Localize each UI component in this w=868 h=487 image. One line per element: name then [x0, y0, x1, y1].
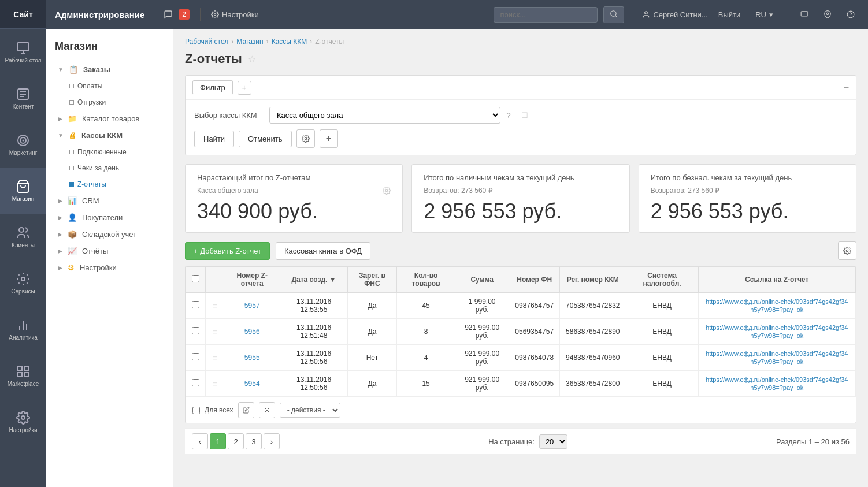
row-checkbox-3[interactable] [192, 379, 199, 386]
pagination-page-3[interactable]: 3 [246, 433, 262, 449]
pagination-page-1[interactable]: 1 [210, 433, 226, 449]
filter-settings-button[interactable] [296, 129, 315, 148]
svg-point-22 [611, 10, 616, 16]
filter-find-button[interactable]: Найти [194, 131, 234, 147]
sidebar-item-settings-nav[interactable]: Настройки [0, 399, 46, 445]
row-id-0[interactable]: 5957 [244, 302, 260, 310]
row-link-3[interactable]: https://www.офд.ru/online-chek/093sdf74g… [706, 376, 848, 391]
row-qty-0: 45 [397, 293, 455, 319]
nav-item-orders[interactable]: ▼ 📋 Заказы [46, 61, 173, 78]
filter-cancel-button[interactable]: Отменить [239, 131, 291, 147]
row-registered-2: Нет [347, 345, 397, 371]
search-button[interactable] [603, 6, 624, 23]
filter-add-button[interactable]: + [238, 81, 251, 95]
row-tax-0: ЕНВД [626, 293, 698, 319]
per-page-select[interactable]: 20 [539, 434, 567, 449]
pagination-prev[interactable]: ‹ [192, 433, 208, 449]
svg-point-20 [21, 416, 25, 419]
sidebar-item-marketplace[interactable]: Marketplace [0, 352, 46, 399]
row-id-3[interactable]: 5954 [244, 380, 260, 388]
nav-item-payments[interactable]: Оплаты [46, 78, 173, 94]
row-fn-3: 0987650095 [509, 371, 560, 397]
row-checkbox-0[interactable] [192, 301, 199, 308]
favorite-star-icon[interactable]: ☆ [248, 54, 256, 65]
breadcrumb-kkm[interactable]: Кассы ККМ [272, 38, 307, 46]
filter-close-button[interactable]: − [844, 83, 849, 93]
page-content: Рабочий стол › Магазин › Кассы ККМ › Z-о… [173, 29, 868, 487]
sidebar-item-desktop[interactable]: Рабочий стол [0, 29, 46, 75]
nav-item-buyers[interactable]: ▶ 👤 Покупатели [46, 209, 173, 226]
table-row: ≡ 5956 13.11.2016 12:51:48 Да 8 921 999.… [186, 319, 856, 345]
sidebar-item-marketing[interactable]: Маркетинг [0, 121, 46, 168]
filter-box: Фильтр + − Выбор кассы ККМ Касса общего … [185, 75, 856, 155]
row-link-0[interactable]: https://www.офд.ru/online-chek/093sdf74g… [706, 298, 848, 313]
per-page-control: На странице: 20 [488, 434, 567, 449]
row-date-2: 13.11.2016 12:50:56 [280, 345, 347, 371]
col-fn: Номер ФН [509, 267, 560, 293]
nav-item-checks[interactable]: Чеки за день [46, 160, 173, 176]
footer-edit-button[interactable] [238, 402, 254, 418]
sidebar-item-services[interactable]: Сервисы [0, 260, 46, 306]
row-checkbox-1[interactable] [192, 327, 199, 334]
breadcrumb-desktop[interactable]: Рабочий стол [185, 38, 228, 46]
filter-toggle-icon[interactable]: ☐ [521, 111, 528, 120]
sidebar-item-content[interactable]: Контент [0, 75, 46, 121]
lang-button[interactable]: RU ▾ [751, 8, 778, 22]
table-toolbar: + Добавить Z-отчет Кассовая книга в ОФД [185, 241, 856, 260]
sidebar-item-shop[interactable]: Магазин [0, 168, 46, 214]
filter-help-icon[interactable]: ? [506, 111, 511, 120]
nav-item-reports[interactable]: ▶ 📈 Отчёты [46, 243, 173, 259]
col-date[interactable]: Дата созд. ▼ [280, 267, 347, 293]
user-button[interactable]: Сергей Ситни... [642, 10, 707, 19]
notifications-button[interactable]: 2 [159, 6, 194, 23]
nav-item-crm[interactable]: ▶ 📊 CRM [46, 192, 173, 209]
logout-button[interactable]: Выйти [714, 8, 745, 22]
settings-header-button[interactable]: Настройки [206, 8, 264, 22]
svg-point-31 [846, 250, 848, 252]
footer-select-all-checkbox[interactable] [192, 407, 200, 414]
col-number: Номер Z-отчета [224, 267, 280, 293]
breadcrumb-shop[interactable]: Магазин [236, 38, 263, 46]
window-button[interactable] [796, 8, 813, 21]
row-fn-1: 0569354757 [509, 319, 560, 345]
table-row: ≡ 5957 13.11.2016 12:53:55 Да 45 1 999.0… [186, 293, 856, 319]
help-button[interactable] [842, 8, 859, 21]
table-settings-button[interactable] [838, 241, 856, 260]
search-input[interactable] [494, 7, 598, 23]
stat-card-noncash: Итого по безнал. чекам за текущий день В… [639, 164, 856, 233]
row-menu-icon-1[interactable]: ≡ [212, 327, 217, 336]
nav-item-kkm[interactable]: ▼ 🖨 Кассы ККМ [46, 127, 173, 144]
pin-button[interactable] [819, 8, 836, 21]
ofd-book-button[interactable]: Кассовая книга в ОФД [276, 242, 370, 260]
sidebar-item-analytics[interactable]: Аналитика [0, 306, 46, 352]
row-tax-2: ЕНВД [626, 345, 698, 371]
row-id-1[interactable]: 5956 [244, 328, 260, 336]
pagination-bar: ‹ 1 2 3 › На странице: 20 Разделы 1 – 20… [185, 428, 856, 454]
pagination-page-2[interactable]: 2 [228, 433, 244, 449]
kkm-select[interactable]: Касса общего зала [269, 107, 500, 124]
row-link-2[interactable]: https://www.офд.ru/online-chek/093sdf74g… [706, 350, 848, 365]
row-checkbox-2[interactable] [192, 353, 199, 360]
bulk-actions-select[interactable]: - действия - [280, 403, 340, 418]
nav-item-shipments[interactable]: Отгрузки [46, 94, 173, 110]
col-menu [206, 267, 224, 293]
filter-add-row-button[interactable]: + [320, 129, 338, 148]
nav-item-connected[interactable]: Подключенные [46, 144, 173, 160]
nav-item-z-reports[interactable]: Z-отчеты [46, 176, 173, 192]
filter-tab[interactable]: Фильтр [192, 80, 233, 95]
row-id-2[interactable]: 5955 [244, 354, 260, 362]
footer-delete-button[interactable] [259, 402, 275, 418]
row-menu-icon-2[interactable]: ≡ [212, 353, 217, 362]
nav-item-warehouse[interactable]: ▶ 📦 Складской учет [46, 226, 173, 243]
add-z-report-button[interactable]: + Добавить Z-отчет [185, 242, 270, 260]
sidebar-item-clients[interactable]: Клиенты [0, 214, 46, 260]
select-all-checkbox[interactable] [192, 275, 199, 282]
row-menu-icon-3[interactable]: ≡ [212, 379, 217, 388]
nav-item-settings-left[interactable]: ▶ ⚙ Настройки [46, 259, 173, 276]
app-logo: Сайт [0, 0, 46, 29]
row-date-1: 13.11.2016 12:51:48 [280, 319, 347, 345]
nav-item-catalog[interactable]: ▶ 📁 Каталог товаров [46, 110, 173, 127]
row-menu-icon-0[interactable]: ≡ [212, 301, 217, 310]
row-link-1[interactable]: https://www.офд.ru/online-chek/093sdf74g… [706, 324, 848, 339]
pagination-next[interactable]: › [264, 433, 280, 449]
